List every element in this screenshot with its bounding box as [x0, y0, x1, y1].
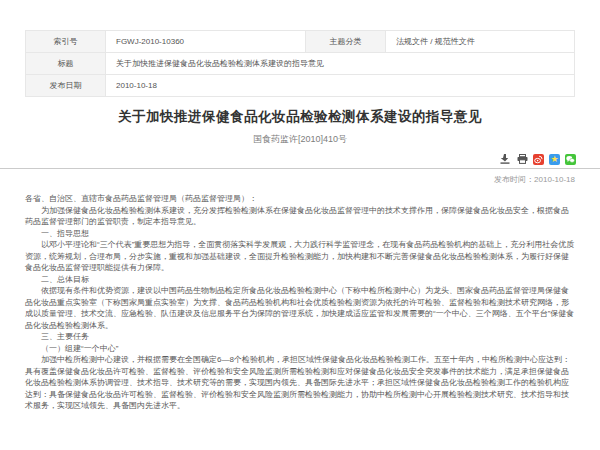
download-icon[interactable]	[499, 153, 511, 165]
star-icon: ★	[550, 155, 558, 164]
paragraph: 为加强保健食品化妆品检验检测体系建设，充分发挥检验检测体系在保健食品化妆品监督管…	[25, 205, 575, 228]
date-label: 发布日期	[26, 75, 106, 97]
document-page: 索引号 FGWJ-2010-10360 主题分类 法规文件 / 规范性文件 标题…	[0, 30, 600, 450]
section-heading-2: 二、总体目标	[25, 274, 575, 286]
page-title: 关于加快推进保健食品化妆品检验检测体系建设的指导意见	[0, 108, 600, 126]
index-label: 索引号	[26, 31, 106, 53]
print-icon[interactable]	[516, 153, 528, 165]
toolbar: ★	[24, 153, 576, 165]
category-value: 法规文件 / 规范性文件	[386, 31, 575, 53]
article-body: 各省、自治区、直辖市食品药品监督管理局（药品监督管理局）： 为加强保健食品化妆品…	[25, 193, 575, 412]
index-value: FGWJ-2010-10360	[106, 31, 306, 53]
section-heading-1: 一、指导思想	[25, 228, 575, 240]
publish-time-value: 2010-10-18	[534, 175, 575, 184]
paragraph: 加强中检所检测中心建设，并根据需要在全国确定6—8个检验机构，承担区域性保健食品…	[25, 354, 575, 412]
category-label: 主题分类	[306, 31, 386, 53]
document-info-table: 索引号 FGWJ-2010-10360 主题分类 法规文件 / 规范性文件 标题…	[25, 30, 575, 97]
paragraph: 依据现有条件和优势资源，建设以中国药品生物制品检定所食品化妆品检验检测中心（下称…	[25, 285, 575, 331]
salutation: 各省、自治区、直辖市食品药品监督管理局（药品监督管理局）：	[25, 193, 575, 205]
document-number: 国食药监许[2010]410号	[0, 133, 600, 146]
divider	[0, 168, 600, 169]
table-row: 发布日期 2010-10-18	[26, 75, 575, 97]
publish-time-label: 发布时间：	[494, 175, 534, 184]
qzone-share-icon[interactable]: ★	[549, 154, 560, 165]
section-heading-3: 三、主要任务	[25, 331, 575, 343]
document-info-section: 索引号 FGWJ-2010-10360 主题分类 法规文件 / 规范性文件 标题…	[25, 30, 575, 97]
table-row: 索引号 FGWJ-2010-10360 主题分类 法规文件 / 规范性文件	[26, 31, 575, 53]
table-row: 标题 关于加快推进保健食品化妆品检验检测体系建设的指导意见	[26, 53, 575, 75]
date-value: 2010-10-18	[106, 75, 575, 97]
publish-time: 发布时间：2010-10-18	[25, 174, 575, 185]
paragraph: 以邓小平理论和“三个代表”重要思想为指导，全面贯彻落实科学发展观，大力践行科学监…	[25, 239, 575, 274]
title-value: 关于加快推进保健食品化妆品检验检测体系建设的指导意见	[106, 53, 575, 75]
wechat-share-icon[interactable]	[565, 154, 576, 165]
subsection-heading: （一）组建“一个中心”	[25, 343, 575, 355]
title-label: 标题	[26, 53, 106, 75]
weibo-share-icon[interactable]	[533, 154, 544, 165]
